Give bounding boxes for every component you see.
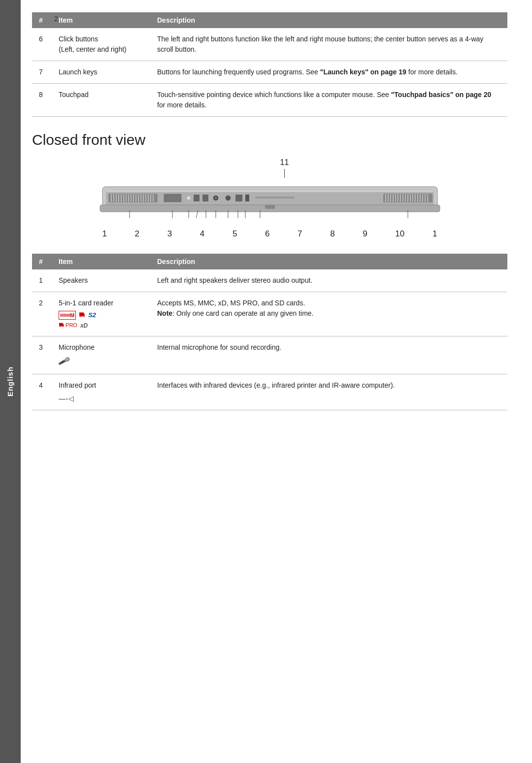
language-label: English <box>6 366 15 397</box>
row-num: 2 <box>32 292 52 336</box>
table-row: 8 Touchpad Touch-sensitive pointing devi… <box>32 84 507 117</box>
svg-rect-32 <box>255 197 295 199</box>
ms-icon: IIIIIIIIM <box>59 311 76 320</box>
diagram-label-11: 11 <box>280 158 289 167</box>
note-bold: Note <box>157 309 172 317</box>
diagram-labels-bottom: 1 2 3 4 5 6 7 8 9 10 1 <box>98 229 442 239</box>
row-desc: Interfaces with infrared devices (e.g., … <box>150 374 507 410</box>
row-desc: Left and right speakers deliver stereo a… <box>150 269 507 292</box>
label-4: 4 <box>200 229 204 239</box>
xd-icon: xD <box>80 321 88 330</box>
table-row: 7 Launch keys Buttons for launching freq… <box>32 61 507 84</box>
svg-rect-4 <box>108 194 158 202</box>
sd-icon: S2 <box>88 310 96 320</box>
label-9: 9 <box>363 229 367 239</box>
label-6: 6 <box>265 229 269 239</box>
label-10: 10 <box>395 229 404 239</box>
svg-point-24 <box>187 196 191 200</box>
row-item: 5-in-1 card reader IIIIIIIIM ⛟ S2 ⛟ PRO … <box>52 292 150 336</box>
svg-rect-25 <box>194 195 200 201</box>
mmc-icon: ⛟ <box>79 310 85 320</box>
row-desc: The left and right buttons function like… <box>150 28 507 61</box>
col-header-desc: Description <box>150 12 507 28</box>
card-icons: IIIIIIIIM ⛟ S2 ⛟ PRO xD <box>59 310 143 330</box>
svg-rect-23 <box>164 194 181 202</box>
card-icons-row2: ⛟ PRO xD <box>59 321 143 330</box>
table-row: 6 Click buttons(Left, center and right) … <box>32 28 507 61</box>
row-num: 1 <box>32 269 52 292</box>
row-num: 6 <box>32 28 52 61</box>
row-num: 3 <box>32 336 52 374</box>
section-title: Closed front view <box>32 132 507 148</box>
row-desc: Touch-sensitive pointing device which fu… <box>150 84 507 117</box>
row-item: Click buttons(Left, center and right) <box>52 28 150 61</box>
bold-ref: "Launch keys" on page 19 <box>320 68 406 76</box>
bottom-table: # Item Description 1 Speakers Left and r… <box>32 254 507 410</box>
table-row: 3 Microphone 🎤 Internal microphone for s… <box>32 336 507 374</box>
laptop-diagram-svg <box>98 178 442 227</box>
svg-point-28 <box>214 197 217 199</box>
row-desc: Internal microphone for sound recording. <box>150 336 507 374</box>
svg-rect-2 <box>106 190 433 192</box>
row-item: Microphone 🎤 <box>52 336 150 374</box>
table-row: 4 Infrared port — ·· ◁ Interfaces with i… <box>32 374 507 410</box>
diagram-area: 11 <box>32 158 507 239</box>
mic-icon-container: 🎤 <box>59 355 143 368</box>
row-item: Speakers <box>52 269 150 292</box>
svg-rect-30 <box>235 195 242 201</box>
ir-icon-container: — ·· ◁ <box>59 394 143 404</box>
row-num: 4 <box>32 374 52 410</box>
row-item: Touchpad <box>52 84 150 117</box>
card-icons-row1: IIIIIIIIM ⛟ S2 <box>59 310 143 320</box>
svg-rect-31 <box>245 195 249 201</box>
top-table: # Item Description 6 Click buttons(Left,… <box>32 12 507 117</box>
language-tab: English <box>0 0 21 763</box>
diagram-line-11 <box>284 169 285 178</box>
col-header-item: Item <box>52 254 150 269</box>
bold-ref: "Touchpad basics" on page 20 <box>391 91 492 99</box>
col-header-num: # <box>32 254 52 269</box>
page-number: 2 <box>54 15 58 23</box>
table-row: 2 5-in-1 card reader IIIIIIIIM ⛟ S2 ⛟ PR… <box>32 292 507 336</box>
label-8: 8 <box>330 229 334 239</box>
row-num: 8 <box>32 84 52 117</box>
row-num: 7 <box>32 61 52 84</box>
row-desc: Buttons for launching frequently used pr… <box>150 61 507 84</box>
svg-rect-26 <box>202 195 208 201</box>
col-header-desc: Description <box>150 254 507 269</box>
col-header-item: Item <box>52 12 150 28</box>
col-header-num: # <box>32 12 52 28</box>
label-7: 7 <box>298 229 302 239</box>
pro-icon: ⛟ PRO <box>59 321 77 330</box>
svg-rect-52 <box>265 205 275 209</box>
microphone-icon: 🎤 <box>57 353 71 369</box>
label-3: 3 <box>167 229 172 239</box>
row-item: Launch keys <box>52 61 150 84</box>
label-5: 5 <box>233 229 237 239</box>
table-row: 1 Speakers Left and right speakers deliv… <box>32 269 507 292</box>
label-1b: 1 <box>432 229 437 239</box>
infrared-icon: — ·· ◁ <box>59 395 73 402</box>
row-item: Infrared port — ·· ◁ <box>52 374 150 410</box>
row-desc: Accepts MS, MMC, xD, MS PRO, and SD card… <box>150 292 507 336</box>
label-1a: 1 <box>102 229 107 239</box>
label-2: 2 <box>135 229 139 239</box>
svg-point-29 <box>226 196 231 200</box>
